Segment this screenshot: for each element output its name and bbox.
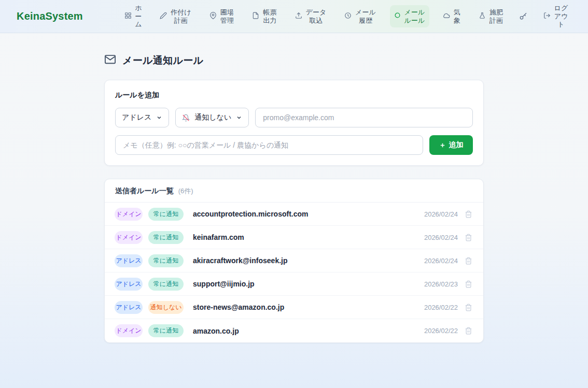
memo-input[interactable]	[115, 135, 423, 155]
delete-rule-button[interactable]	[464, 303, 473, 312]
delete-rule-button[interactable]	[464, 233, 473, 242]
flask-icon	[479, 12, 486, 21]
trash-icon	[465, 304, 472, 311]
rule-type-badge: アドレス	[115, 278, 143, 291]
upload-icon	[295, 12, 302, 21]
top-nav: KeinaSystem ホーム 作付け計画 圃場管理 帳票出力 データ取込 メー…	[0, 0, 588, 33]
main-nav: ホーム 作付け計画 圃場管理 帳票出力 データ取込 メール履歴 メールルール	[120, 1, 572, 32]
rule-type-value: アドレス	[122, 113, 151, 122]
map-pin-icon	[209, 12, 217, 21]
trash-icon	[465, 210, 472, 218]
rule-type-badge: アドレス	[115, 254, 143, 267]
nav-item-mail-history[interactable]: メール履歴	[340, 5, 380, 27]
chevron-down-icon	[156, 114, 162, 121]
rules-list-card: 送信者ルール一覧 (6件) ドメイン 常に通知 accountprotectio…	[104, 179, 484, 343]
nav-item-logout[interactable]: ログアウト	[539, 1, 572, 32]
rule-type-select[interactable]: アドレス	[115, 108, 169, 127]
nav-label: ホーム	[135, 4, 142, 28]
rule-target: keinafarm.com	[193, 233, 418, 241]
trash-icon	[465, 327, 472, 335]
rule-type-badge: ドメイン	[115, 208, 143, 221]
rule-target: amazon.co.jp	[193, 327, 418, 335]
rule-row: ドメイン 常に通知 accountprotection.microsoft.co…	[105, 203, 483, 226]
nav-label: 作付け計画	[170, 8, 191, 24]
nav-item-planting-plan[interactable]: 作付け計画	[156, 5, 195, 27]
rule-row: ドメイン 常に通知 keinafarm.com 2026/02/24	[105, 226, 483, 249]
trash-icon	[465, 280, 472, 288]
brand-logo[interactable]: KeinaSystem	[17, 10, 83, 22]
delete-rule-button[interactable]	[464, 256, 473, 266]
rule-type-badge: ドメイン	[115, 231, 143, 244]
nav-item-data-import[interactable]: データ取込	[291, 5, 331, 27]
document-icon	[252, 12, 259, 21]
nav-item-mail-rules[interactable]: メールルール	[390, 5, 429, 27]
rules-list-title: 送信者ルール一覧	[115, 186, 174, 196]
delete-rule-button[interactable]	[464, 279, 473, 289]
add-rule-row-1: アドレス 通知しない	[115, 108, 473, 127]
circle-icon	[394, 12, 401, 21]
address-input[interactable]	[255, 108, 473, 127]
page-title: メール通知ルール	[104, 53, 484, 67]
nav-label: メールルール	[404, 8, 425, 24]
nav-item-home[interactable]: ホーム	[120, 1, 146, 32]
rule-target: akiracraftwork@infoseek.jp	[193, 256, 418, 265]
rule-row: アドレス 常に通知 akiracraftwork@infoseek.jp 202…	[105, 249, 483, 272]
page-title-text: メール通知ルール	[122, 54, 203, 67]
nav-label: データ取込	[305, 8, 327, 24]
delete-rule-button[interactable]	[464, 326, 473, 336]
add-rule-button[interactable]: 追加	[429, 135, 473, 155]
delete-rule-button[interactable]	[464, 209, 473, 219]
nav-item-report-output[interactable]: 帳票出力	[248, 5, 281, 27]
rule-action-badge: 通知しない	[148, 301, 184, 314]
nav-label: 気象	[453, 8, 460, 24]
main-content: メール通知ルール ルールを追加 アドレス 通知しない 追加	[104, 33, 484, 343]
bell-off-icon	[182, 114, 190, 122]
rule-date: 2026/02/24	[424, 257, 458, 265]
chevron-down-icon	[236, 114, 242, 121]
nav-item-weather[interactable]: 気象	[439, 5, 465, 27]
rules-list-header: 送信者ルール一覧 (6件)	[105, 179, 483, 203]
logout-icon	[543, 12, 551, 21]
nav-item-fertilizer-plan[interactable]: 施肥計画	[474, 5, 508, 27]
rule-row: ドメイン 常に通知 amazon.co.jp 2026/02/22	[105, 319, 483, 342]
rule-row: アドレス 常に通知 support@iijmio.jp 2026/02/23	[105, 272, 483, 296]
rule-type-badge: ドメイン	[115, 324, 143, 337]
trash-icon	[465, 234, 472, 241]
add-rule-row-2: 追加	[115, 135, 473, 155]
rule-row: アドレス 通知しない store-news@amazon.co.jp 2026/…	[105, 296, 483, 319]
dashboard-icon	[124, 12, 132, 21]
pencil-icon	[160, 12, 167, 21]
plus-icon	[439, 142, 446, 149]
rule-action-badge: 常に通知	[148, 208, 184, 221]
key-icon[interactable]	[517, 10, 529, 23]
rule-target: accountprotection.microsoft.com	[193, 210, 418, 218]
nav-label: 圃場管理	[220, 8, 234, 24]
history-icon	[344, 12, 352, 21]
mail-icon	[104, 53, 116, 67]
nav-label: メール履歴	[355, 8, 376, 24]
add-rule-card: ルールを追加 アドレス 通知しない 追加	[104, 80, 484, 166]
nav-label: 施肥計画	[489, 8, 503, 24]
cloud-icon	[443, 12, 450, 21]
rule-date: 2026/02/22	[424, 327, 458, 335]
rule-action-value: 通知しない	[194, 113, 231, 122]
rule-action-badge: 常に通知	[148, 231, 184, 244]
nav-label: 帳票出力	[262, 8, 277, 24]
rule-date: 2026/02/23	[424, 280, 458, 288]
add-rule-heading: ルールを追加	[115, 91, 473, 100]
trash-icon	[465, 257, 472, 265]
rule-date: 2026/02/22	[424, 304, 458, 311]
rule-date: 2026/02/24	[424, 210, 458, 218]
rule-action-badge: 常に通知	[148, 278, 184, 291]
rule-action-badge: 常に通知	[148, 324, 184, 337]
rule-type-badge: アドレス	[115, 301, 143, 314]
rule-target: store-news@amazon.co.jp	[193, 303, 418, 311]
add-rule-button-label: 追加	[449, 140, 464, 150]
rule-target: support@iijmio.jp	[193, 280, 418, 288]
nav-item-field-management[interactable]: 圃場管理	[205, 5, 239, 27]
rules-list-count: (6件)	[178, 186, 193, 196]
rule-action-select[interactable]: 通知しない	[175, 108, 249, 127]
rule-action-badge: 常に通知	[148, 254, 184, 267]
rule-date: 2026/02/24	[424, 234, 458, 241]
nav-label: ログアウト	[554, 4, 568, 28]
